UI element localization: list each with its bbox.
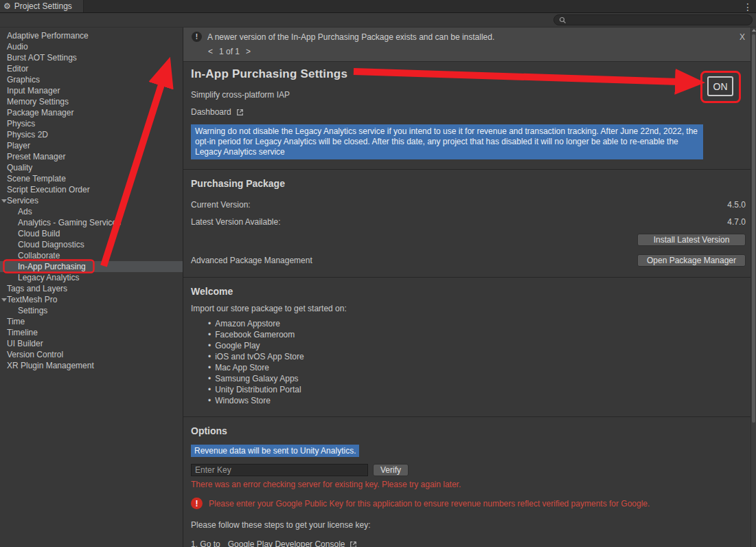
sidebar-item-label: In-App Purchasing	[18, 262, 86, 271]
options-heading: Options	[191, 425, 746, 436]
content-area: Adaptive PerformanceAudioBurst AOT Setti…	[0, 27, 756, 547]
toolbar	[0, 13, 756, 27]
project-settings-window: ⚙ Project Settings ⋮ Adaptive Performanc…	[0, 0, 756, 547]
sidebar-item-label: Editor	[7, 64, 28, 74]
iap-settings-header: In-App Purchasing Settings Simplify cros…	[183, 62, 756, 169]
dashboard-link[interactable]: Dashboard	[191, 107, 746, 117]
sidebar-item-graphics[interactable]: Graphics	[0, 74, 183, 85]
foldout-open-icon[interactable]	[1, 298, 7, 302]
foldout-open-icon[interactable]	[1, 199, 7, 203]
sidebar-item-label: Package Manager	[7, 108, 73, 118]
sidebar-item-script-execution-order[interactable]: Script Execution Order	[0, 184, 183, 195]
google-key-error-text: Please enter your Google Public Key for …	[209, 499, 650, 509]
store-list-item: Facebook Gameroom	[208, 330, 746, 341]
external-link-icon	[236, 108, 244, 117]
purchasing-package-heading: Purchasing Package	[191, 178, 746, 189]
sidebar-item-physics[interactable]: Physics	[0, 118, 183, 129]
sidebar-item-services[interactable]: Services	[0, 195, 183, 206]
advanced-package-label: Advanced Package Management	[191, 256, 312, 265]
window-titlebar: ⚙ Project Settings ⋮	[0, 0, 756, 13]
search-input[interactable]	[569, 16, 747, 24]
notification-message: A newer version of the In-App Purchasing…	[207, 32, 494, 42]
server-error-text: There was an error checking server for e…	[191, 480, 746, 489]
sidebar-item-collaborate[interactable]: Collaborate	[0, 250, 183, 261]
purchasing-package-section: Purchasing Package Current Version: 4.5.…	[183, 169, 756, 277]
store-list-item: Samsung Galaxy Apps	[208, 374, 746, 385]
notification-close-button[interactable]: X	[740, 32, 745, 42]
notification-banner: ! A newer version of the In-App Purchasi…	[183, 27, 756, 62]
sidebar-item-label: Legacy Analytics	[18, 273, 79, 282]
sidebar-item-physics-2d[interactable]: Physics 2D	[0, 129, 183, 140]
sidebar-item-label: Cloud Diagnostics	[18, 240, 84, 249]
sidebar-item-adaptive-performance[interactable]: Adaptive Performance	[0, 30, 183, 41]
sidebar-item-label: Physics 2D	[7, 130, 48, 139]
sidebar-item-in-app-purchasing[interactable]: In-App Purchasing	[0, 261, 183, 272]
sidebar-item-label: Settings	[18, 306, 47, 315]
legacy-analytics-warning: Warning do not disable the Legacy Analyt…	[191, 124, 703, 159]
sidebar-item-settings[interactable]: Settings	[0, 305, 183, 316]
search-icon	[559, 16, 566, 24]
notification-page-indicator: 1 of 1	[219, 47, 240, 56]
gear-icon: ⚙	[3, 2, 11, 10]
sidebar-item-label: Burst AOT Settings	[7, 53, 77, 63]
sidebar-item-burst-aot-settings[interactable]: Burst AOT Settings	[0, 52, 183, 63]
notification-pagination: < 1 of 1 >	[208, 47, 748, 56]
sidebar-item-cloud-diagnostics[interactable]: Cloud Diagnostics	[0, 239, 183, 250]
current-version-value: 4.5.0	[727, 200, 746, 210]
tab-title: Project Settings	[14, 1, 72, 11]
sidebar-item-quality[interactable]: Quality	[0, 162, 183, 173]
sidebar-item-time[interactable]: Time	[0, 316, 183, 327]
sidebar-item-label: XR Plugin Management	[7, 361, 94, 370]
welcome-intro: Import our store package to get started …	[191, 304, 746, 313]
iap-enabled-toggle[interactable]: ON	[707, 76, 733, 96]
sidebar-item-label: Ads	[18, 207, 32, 216]
step-1-prefix: 1. Go to	[191, 539, 220, 547]
sidebar-item-player[interactable]: Player	[0, 140, 183, 151]
scrollbar-thumb[interactable]	[752, 34, 755, 423]
sidebar-item-label: Scene Template	[7, 174, 66, 183]
sidebar-item-label: Cloud Build	[18, 229, 60, 238]
sidebar-item-textmesh-pro[interactable]: TextMesh Pro	[0, 294, 183, 305]
sidebar-item-xr-plugin-management[interactable]: XR Plugin Management	[0, 360, 183, 371]
sidebar-item-package-manager[interactable]: Package Manager	[0, 107, 183, 118]
sidebar-item-version-control[interactable]: Version Control	[0, 349, 183, 360]
verify-button[interactable]: Verify	[373, 464, 409, 476]
info-icon: !	[192, 32, 202, 42]
sidebar-item-ads[interactable]: Ads	[0, 206, 183, 217]
google-public-key-input[interactable]	[191, 464, 368, 476]
current-version-row: Current Version: 4.5.0	[191, 196, 746, 213]
error-icon: !	[191, 498, 203, 509]
store-list-item: iOS and tvOS App Store	[208, 352, 746, 363]
latest-version-label: Latest Version Available:	[191, 217, 281, 227]
sidebar-item-legacy-analytics[interactable]: Legacy Analytics	[0, 272, 183, 283]
google-play-console-link[interactable]: Google Play Developer Console	[228, 539, 345, 547]
sidebar-item-cloud-build[interactable]: Cloud Build	[0, 228, 183, 239]
analytics-note: Revenue data will be sent to Unity Analy…	[191, 445, 359, 457]
sidebar-item-preset-manager[interactable]: Preset Manager	[0, 151, 183, 162]
welcome-section: Welcome Import our store package to get …	[183, 277, 756, 416]
sidebar-item-memory-settings[interactable]: Memory Settings	[0, 96, 183, 107]
install-latest-version-button[interactable]: Install Latest Version	[637, 234, 746, 246]
sidebar-item-label: Analytics - Gaming Services	[18, 218, 121, 227]
notification-prev-button[interactable]: <	[208, 47, 213, 56]
sidebar-item-scene-template[interactable]: Scene Template	[0, 173, 183, 184]
kebab-menu-icon[interactable]: ⋮	[743, 0, 753, 13]
search-box[interactable]	[553, 14, 753, 25]
advanced-package-row: Advanced Package Management Open Package…	[191, 252, 746, 269]
vertical-scrollbar[interactable]	[751, 27, 756, 547]
scroll-up-arrow-icon[interactable]	[752, 29, 756, 32]
sidebar-item-label: Services	[7, 196, 38, 205]
sidebar-item-timeline[interactable]: Timeline	[0, 327, 183, 338]
sidebar-item-label: TextMesh Pro	[7, 295, 57, 304]
sidebar-item-analytics-gaming-services[interactable]: Analytics - Gaming Services	[0, 217, 183, 228]
notification-next-button[interactable]: >	[246, 47, 251, 56]
open-package-manager-button[interactable]: Open Package Manager	[637, 254, 746, 267]
sidebar-item-input-manager[interactable]: Input Manager	[0, 85, 183, 96]
sidebar-item-label: Quality	[7, 163, 32, 172]
sidebar-item-label: Script Execution Order	[7, 185, 90, 194]
sidebar-item-ui-builder[interactable]: UI Builder	[0, 338, 183, 349]
sidebar-item-tags-and-layers[interactable]: Tags and Layers	[0, 283, 183, 294]
tab-project-settings[interactable]: ⚙ Project Settings	[0, 0, 84, 12]
sidebar-item-audio[interactable]: Audio	[0, 41, 183, 52]
sidebar-item-editor[interactable]: Editor	[0, 63, 183, 74]
